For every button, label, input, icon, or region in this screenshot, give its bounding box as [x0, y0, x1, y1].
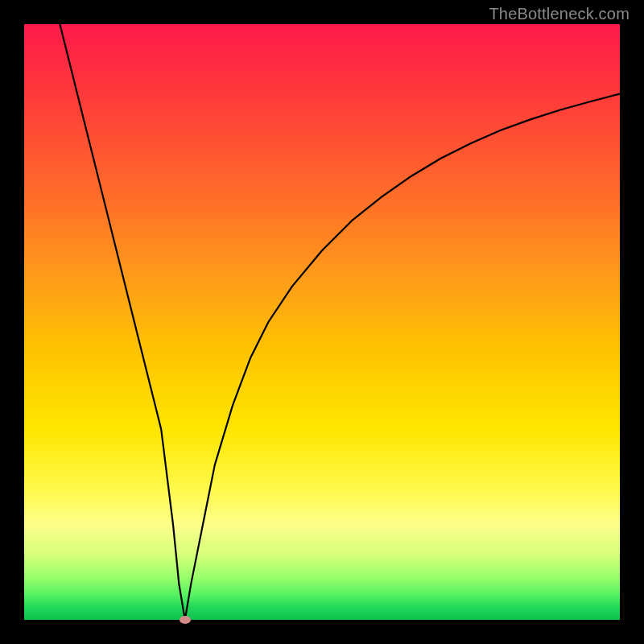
chart-frame: TheBottleneck.com	[0, 0, 644, 644]
bottleneck-curve	[24, 24, 620, 620]
optimal-point-marker	[180, 616, 191, 624]
watermark-text: TheBottleneck.com	[489, 5, 630, 23]
plot-area	[24, 24, 620, 620]
